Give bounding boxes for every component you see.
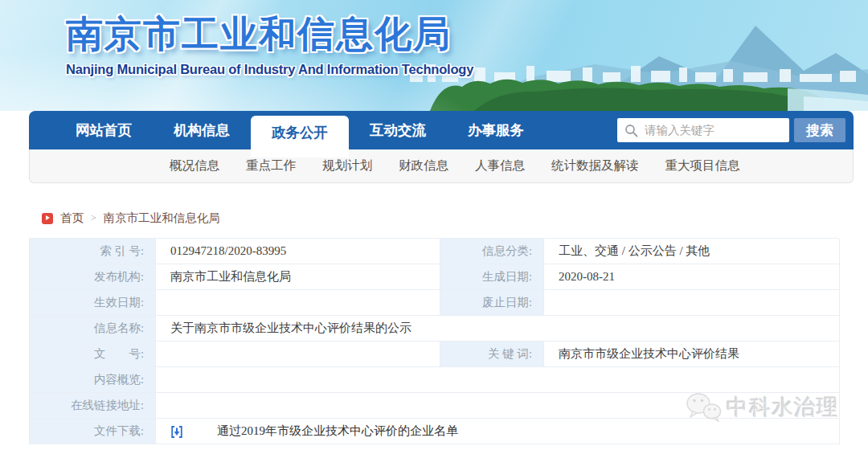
file-download-cell: 通过2019年市级企业技术中心评价的企业名单 bbox=[156, 419, 840, 444]
publisher-value: 南京市工业和信息化局 bbox=[156, 264, 440, 290]
info-category-value: 工业、交通 / 公示公告 / 其他 bbox=[544, 239, 840, 264]
subnav-item-finance[interactable]: 财政信息 bbox=[399, 158, 448, 174]
breadcrumb-home-link[interactable]: 首页 bbox=[60, 211, 84, 226]
nav-item-org-info[interactable]: 机构信息 bbox=[153, 111, 251, 149]
info-name-label: 信息名称: bbox=[30, 316, 156, 342]
page: 南京市工业和信息化局 Nanjing Municipal Bureau of I… bbox=[0, 0, 868, 450]
online-link-label: 在线链接地址: bbox=[30, 393, 156, 419]
info-name-value: 关于南京市市级企业技术中心评价结果的公示 bbox=[156, 316, 840, 342]
doc-number-value bbox=[156, 342, 440, 367]
expire-date-label: 废止日期: bbox=[440, 290, 544, 316]
info-table: 索 引 号: 012947218/2020-83995 信息分类: 工业、交通 … bbox=[29, 238, 839, 444]
download-file-link[interactable]: 通过2019年市级企业技术中心评价的企业名单 bbox=[217, 419, 458, 444]
site-banner: 南京市工业和信息化局 Nanjing Municipal Bureau of I… bbox=[0, 0, 868, 111]
keywords-label: 关 键 词: bbox=[440, 342, 544, 367]
breadcrumb-current: 南京市工业和信息化局 bbox=[104, 211, 220, 226]
file-download-label: 文件下载: bbox=[30, 419, 156, 444]
nav-item-gov-affairs-active[interactable]: 政务公开 bbox=[251, 116, 349, 158]
subnav-item-key-work[interactable]: 重点工作 bbox=[246, 158, 296, 174]
site-subtitle-en: Nanjing Municipal Bureau of Industry And… bbox=[66, 62, 473, 77]
effective-date-value bbox=[156, 290, 440, 316]
doc-number-label: 文 号: bbox=[30, 342, 156, 367]
index-number-label: 索 引 号: bbox=[30, 239, 156, 264]
home-play-icon bbox=[42, 213, 53, 224]
content-summary-label: 内容概览: bbox=[30, 367, 156, 393]
publisher-label: 发布机构: bbox=[30, 264, 156, 290]
subnav-item-overview[interactable]: 概况信息 bbox=[170, 158, 219, 174]
nav-item-home[interactable]: 网站首页 bbox=[55, 111, 153, 149]
keywords-value: 南京市市级企业技术中心评价结果 bbox=[544, 342, 840, 367]
nav-item-interaction[interactable]: 互动交流 bbox=[349, 111, 447, 149]
search-field bbox=[617, 118, 789, 142]
content-summary-value bbox=[156, 367, 840, 393]
created-date-value: 2020-08-21 bbox=[544, 264, 840, 290]
search-box: 搜索 bbox=[617, 118, 845, 142]
info-category-label: 信息分类: bbox=[440, 239, 544, 264]
created-date-label: 生成日期: bbox=[440, 264, 544, 290]
main-navbar: 网站首页 机构信息 政务公开 互动交流 办事服务 搜索 bbox=[29, 111, 854, 149]
breadcrumb: 首页 > 南京市工业和信息化局 bbox=[42, 211, 220, 226]
nav-item-services[interactable]: 办事服务 bbox=[447, 111, 545, 149]
subnav-item-personnel[interactable]: 人事信息 bbox=[475, 158, 525, 174]
online-link-value bbox=[156, 393, 840, 419]
search-icon bbox=[624, 124, 638, 137]
subnav-item-major-projects[interactable]: 重大项目信息 bbox=[665, 158, 740, 174]
subnav-item-statistics[interactable]: 统计数据及解读 bbox=[551, 158, 639, 174]
chevron-right-icon: > bbox=[91, 212, 96, 224]
subnav-item-planning[interactable]: 规划计划 bbox=[322, 158, 372, 174]
download-icon[interactable] bbox=[170, 425, 183, 439]
effective-date-label: 生效日期: bbox=[30, 290, 156, 316]
site-title: 南京市工业和信息化局 bbox=[66, 10, 452, 59]
index-number-value: 012947218/2020-83995 bbox=[156, 239, 440, 264]
search-input[interactable] bbox=[645, 118, 785, 142]
expire-date-value bbox=[544, 290, 840, 316]
sub-navbar: 概况信息 重点工作 规划计划 财政信息 人事信息 统计数据及解读 重大项目信息 bbox=[29, 149, 854, 183]
search-button[interactable]: 搜索 bbox=[794, 118, 845, 142]
